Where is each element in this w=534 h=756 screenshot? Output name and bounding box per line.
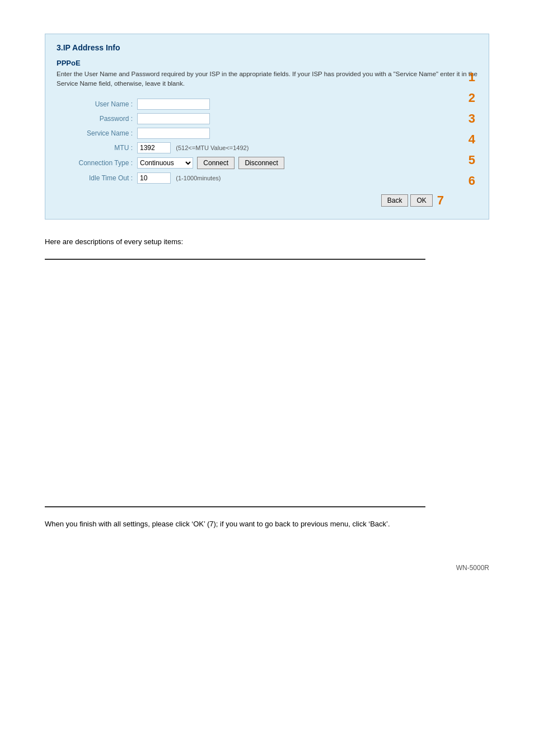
finish-desc: When you finish with all settings, pleas… bbox=[45, 519, 489, 530]
ok-button[interactable]: OK bbox=[410, 194, 432, 207]
password-row: Password : bbox=[57, 111, 370, 126]
service-name-row: Service Name : bbox=[57, 126, 370, 141]
main-container: 3.IP Address Info PPPoE Enter the User N… bbox=[45, 34, 489, 572]
disconnect-button[interactable]: Disconnect bbox=[238, 157, 284, 169]
callout-7: 7 bbox=[437, 193, 444, 208]
setup-items-desc: Here are descriptions of every setup ite… bbox=[45, 236, 489, 248]
panel-description: Enter the User Name and Password require… bbox=[57, 69, 477, 89]
panel-subtitle: PPPoE bbox=[57, 59, 477, 67]
ip-address-panel: 3.IP Address Info PPPoE Enter the User N… bbox=[45, 34, 489, 220]
connection-type-label: Connection Type : bbox=[57, 155, 135, 171]
idle-time-out-hint: (1-1000minutes) bbox=[176, 175, 221, 181]
idle-time-out-label: Idle Time Out : bbox=[57, 171, 135, 185]
callout-6: 6 bbox=[469, 171, 475, 190]
password-input[interactable] bbox=[137, 113, 210, 124]
user-name-input[interactable] bbox=[137, 99, 210, 110]
callout-1: 1 bbox=[469, 68, 475, 86]
panel-title: 3.IP Address Info bbox=[57, 43, 477, 52]
back-button[interactable]: Back bbox=[381, 194, 409, 207]
content-area bbox=[45, 271, 489, 495]
user-name-row: User Name : bbox=[57, 97, 370, 111]
bottom-divider bbox=[45, 506, 425, 507]
callout-4: 4 bbox=[469, 130, 475, 148]
service-name-label: Service Name : bbox=[57, 126, 135, 141]
top-divider bbox=[45, 259, 425, 260]
mtu-hint: (512<=MTU Value<=1492) bbox=[176, 144, 249, 151]
user-name-label: User Name : bbox=[57, 97, 135, 111]
footer: WN-5000R bbox=[45, 564, 489, 572]
mtu-label: MTU : bbox=[57, 141, 135, 155]
service-name-input[interactable] bbox=[137, 128, 210, 139]
callouts-column: 1 2 3 4 5 6 bbox=[469, 68, 475, 190]
connect-button[interactable]: Connect bbox=[197, 157, 235, 169]
mtu-input[interactable] bbox=[137, 142, 171, 153]
password-label: Password : bbox=[57, 111, 135, 126]
connection-type-row: Connection Type : Continuous Connect on … bbox=[57, 155, 370, 171]
callout-2: 2 bbox=[469, 88, 475, 107]
idle-time-out-input[interactable] bbox=[137, 172, 171, 184]
model-number: WN-5000R bbox=[456, 564, 489, 572]
callout-5: 5 bbox=[469, 151, 475, 169]
idle-time-out-row: Idle Time Out : (1-1000minutes) bbox=[57, 171, 370, 185]
callout-3: 3 bbox=[469, 109, 475, 128]
connection-type-select[interactable]: Continuous Connect on Demand Manual bbox=[137, 157, 193, 169]
btn-row: Back OK 7 bbox=[57, 193, 477, 208]
mtu-row: MTU : (512<=MTU Value<=1492) bbox=[57, 141, 370, 155]
form-table: User Name : Password : Service Name : bbox=[57, 97, 370, 185]
